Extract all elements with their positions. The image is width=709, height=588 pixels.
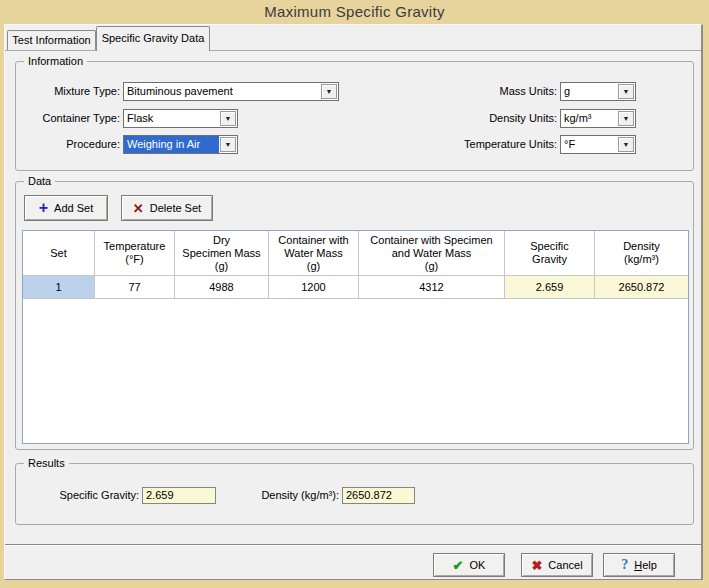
col-header-density: Density (kg/m³) — [595, 231, 688, 276]
cell-set[interactable]: 1 — [23, 276, 95, 299]
mass-units-combo[interactable]: g ▼ — [560, 82, 636, 101]
add-set-button[interactable]: + Add Set — [24, 195, 108, 221]
temperature-units-label: Temperature Units: — [396, 135, 557, 154]
cell-container-specimen-water-mass[interactable]: 4312 — [359, 276, 505, 299]
container-type-value: Flask — [124, 110, 219, 127]
col-header-container-specimen-water-mass: Container with Specimen and Water Mass (… — [359, 231, 505, 276]
chevron-down-icon[interactable]: ▼ — [618, 84, 634, 99]
cancel-label: Cancel — [548, 559, 582, 571]
question-mark-icon: ? — [621, 557, 628, 573]
procedure-label: Procedure: — [16, 135, 120, 154]
ok-label: OK — [470, 559, 486, 571]
chevron-down-icon[interactable]: ▼ — [220, 137, 236, 152]
cancel-button[interactable]: ✖ Cancel — [521, 553, 593, 577]
mixture-type-value: Bituminous pavement — [124, 83, 320, 100]
cell-specific-gravity: 2.659 — [505, 276, 595, 299]
col-header-container-water-mass: Container with Water Mass (g) — [269, 231, 359, 276]
cell-density: 2650.872 — [595, 276, 688, 299]
procedure-value: Weighing in Air — [124, 136, 219, 153]
density-units-combo[interactable]: kg/m³ ▼ — [560, 109, 636, 128]
container-type-label: Container Type: — [16, 109, 120, 128]
specific-gravity-result-field: 2.659 — [142, 487, 216, 504]
add-set-label: Add Set — [54, 202, 93, 214]
information-group-legend: Information — [24, 55, 87, 68]
density-units-value: kg/m³ — [561, 110, 617, 127]
density-result-label: Density (kg/m³): — [216, 487, 339, 504]
procedure-combo[interactable]: Weighing in Air ▼ — [123, 135, 238, 154]
cancel-x-icon: ✖ — [531, 558, 542, 573]
tab-specific-gravity-data[interactable]: Specific Gravity Data — [96, 26, 210, 51]
col-header-specific-gravity: Specific Gravity — [505, 231, 595, 276]
check-icon: ✔ — [453, 558, 464, 573]
plus-icon: + — [39, 201, 48, 215]
help-label: Help — [634, 559, 657, 571]
results-group-legend: Results — [24, 457, 69, 470]
density-units-label: Density Units: — [396, 109, 557, 128]
mixture-type-combo[interactable]: Bituminous pavement ▼ — [123, 82, 339, 101]
col-header-set: Set — [23, 231, 95, 276]
window-title: Maximum Specific Gravity — [0, 3, 709, 20]
temperature-units-combo[interactable]: °F ▼ — [560, 135, 636, 154]
cell-temperature[interactable]: 77 — [95, 276, 175, 299]
cell-container-water-mass[interactable]: 1200 — [269, 276, 359, 299]
chevron-down-icon[interactable]: ▼ — [618, 137, 634, 152]
delete-x-icon: ✕ — [133, 201, 144, 216]
dialog-panel: Test Information Specific Gravity Data I… — [4, 24, 703, 580]
mixture-type-label: Mixture Type: — [16, 82, 120, 101]
chevron-down-icon[interactable]: ▼ — [618, 111, 634, 126]
chevron-down-icon[interactable]: ▼ — [220, 111, 236, 126]
col-header-dry-specimen-mass: Dry Specimen Mass (g) — [175, 231, 269, 276]
delete-set-button[interactable]: ✕ Delete Set — [121, 195, 213, 221]
table-header-row: Set Temperature (°F) Dry Specimen Mass (… — [23, 231, 688, 276]
data-group: Data + Add Set ✕ Delete Set Set Temperat… — [15, 181, 694, 450]
information-group: Information Mixture Type: Bituminous pav… — [15, 61, 694, 171]
delete-set-label: Delete Set — [150, 202, 201, 214]
mass-units-value: g — [561, 83, 617, 100]
density-result-field: 2650.872 — [342, 487, 415, 504]
data-group-legend: Data — [24, 175, 55, 188]
results-group: Results Specific Gravity: 2.659 Density … — [15, 463, 694, 525]
specific-gravity-result-label: Specific Gravity: — [16, 487, 139, 504]
container-type-combo[interactable]: Flask ▼ — [123, 109, 238, 128]
mass-units-label: Mass Units: — [396, 82, 557, 101]
cell-dry-specimen-mass[interactable]: 4988 — [175, 276, 269, 299]
footer-divider-highlight — [5, 545, 701, 546]
data-table: Set Temperature (°F) Dry Specimen Mass (… — [22, 230, 689, 444]
ok-button[interactable]: ✔ OK — [433, 553, 505, 577]
help-button[interactable]: ? Help — [603, 553, 675, 577]
col-header-temperature: Temperature (°F) — [95, 231, 175, 276]
table-row: 1 77 4988 1200 4312 2.659 2650.872 — [23, 276, 688, 299]
temperature-units-value: °F — [561, 136, 617, 153]
tab-test-information[interactable]: Test Information — [7, 30, 96, 50]
chevron-down-icon[interactable]: ▼ — [321, 84, 337, 99]
